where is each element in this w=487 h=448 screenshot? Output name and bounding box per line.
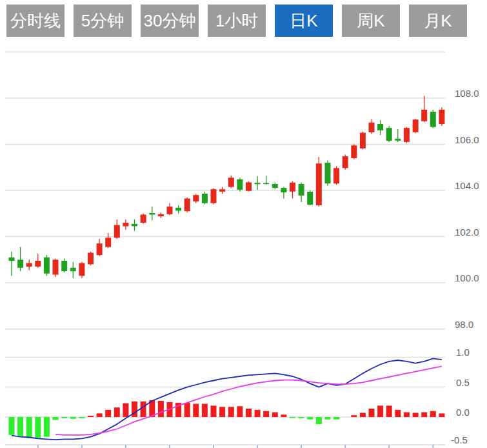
kline-chart: 108.0106.0104.0102.0100.098.01.00.50.0-0… bbox=[0, 0, 487, 448]
candle-body bbox=[290, 183, 295, 192]
candle-body bbox=[105, 238, 111, 247]
macd-histogram-bar bbox=[333, 417, 339, 420]
period-button-1hour[interactable]: 1小时 bbox=[208, 5, 266, 37]
candle-body bbox=[228, 178, 234, 187]
candle-body bbox=[369, 123, 375, 132]
dea-line bbox=[55, 366, 442, 435]
macd-histogram-bar bbox=[272, 412, 278, 417]
candle-body bbox=[404, 128, 410, 142]
macd-histogram-bar bbox=[413, 413, 419, 418]
macd-axis-label: -0.5 bbox=[451, 434, 468, 445]
macd-histogram-bar bbox=[211, 405, 217, 417]
macd-histogram-bar bbox=[88, 416, 94, 417]
macd-histogram-bar bbox=[325, 417, 331, 420]
macd-histogram-bar bbox=[299, 417, 304, 418]
candle-body bbox=[114, 225, 120, 238]
candle-body bbox=[360, 133, 366, 148]
macd-histogram-bar bbox=[114, 407, 120, 417]
period-button-daily[interactable]: 日K bbox=[275, 5, 333, 37]
price-axis-label: 106.0 bbox=[455, 134, 479, 145]
candle-body bbox=[79, 263, 84, 276]
price-axis-label: 98.0 bbox=[455, 319, 473, 330]
macd-histogram-bar bbox=[26, 417, 32, 438]
candle-body bbox=[202, 194, 208, 203]
period-button-timeline[interactable]: 分时线 bbox=[6, 5, 65, 37]
candle-body bbox=[325, 163, 331, 183]
macd-histogram-bar bbox=[105, 410, 111, 417]
macd-histogram-bar bbox=[263, 411, 269, 417]
macd-histogram-bar bbox=[9, 417, 15, 435]
macd-histogram-bar bbox=[360, 413, 366, 418]
candle-body bbox=[219, 189, 225, 192]
candle-body bbox=[158, 214, 164, 216]
macd-histogram-bar bbox=[421, 412, 427, 417]
candle-body bbox=[316, 163, 322, 205]
candle-body bbox=[167, 207, 173, 214]
candle-body bbox=[413, 119, 419, 132]
candle-body bbox=[70, 268, 76, 271]
macd-histogram-bar bbox=[35, 417, 41, 438]
macd-histogram-bar bbox=[439, 413, 444, 417]
candle-body bbox=[430, 112, 436, 127]
macd-histogram-bar bbox=[237, 406, 243, 417]
macd-histogram-bar bbox=[228, 407, 234, 417]
macd-histogram-bar bbox=[395, 410, 401, 417]
macd-histogram-bar bbox=[316, 417, 322, 424]
macd-histogram-bar bbox=[61, 417, 67, 418]
candle-body bbox=[9, 258, 15, 261]
macd-histogram-bar bbox=[377, 405, 383, 417]
candle-body bbox=[141, 215, 146, 223]
candle-body bbox=[255, 183, 261, 184]
macd-histogram-bar bbox=[53, 417, 59, 420]
candle-body bbox=[395, 139, 401, 141]
dif-line bbox=[12, 358, 442, 440]
period-toolbar: 分时线 5分钟 30分钟 1小时 日K 周K 月K bbox=[6, 5, 467, 37]
candle-body bbox=[61, 261, 67, 271]
period-button-5min[interactable]: 5分钟 bbox=[74, 5, 132, 37]
macd-axis-label: 1.0 bbox=[456, 347, 470, 358]
candle-body bbox=[272, 184, 278, 188]
candle-body bbox=[88, 253, 94, 265]
macd-histogram-bar bbox=[123, 403, 128, 417]
macd-histogram-bar bbox=[369, 409, 375, 417]
macd-histogram-bar bbox=[307, 417, 313, 420]
price-axis-label: 102.0 bbox=[455, 227, 479, 238]
macd-histogram-bar bbox=[386, 405, 392, 417]
candle-body bbox=[175, 208, 181, 211]
macd-histogram-bar bbox=[281, 414, 286, 417]
period-button-monthly[interactable]: 月K bbox=[409, 5, 467, 37]
macd-histogram-bar bbox=[44, 417, 50, 437]
candle-body bbox=[211, 189, 217, 203]
macd-axis-label: 0.5 bbox=[456, 377, 470, 388]
candle-body bbox=[132, 224, 137, 227]
candle-body bbox=[237, 179, 243, 190]
macd-histogram-bar bbox=[97, 413, 103, 417]
macd-histogram-bar bbox=[351, 415, 357, 417]
period-button-weekly[interactable]: 周K bbox=[342, 5, 400, 37]
candle-body bbox=[281, 188, 286, 192]
candle-body bbox=[97, 243, 103, 255]
candle-body bbox=[386, 128, 392, 141]
candle-body bbox=[439, 110, 444, 124]
candle-body bbox=[123, 223, 128, 226]
kline-app: 分时线 5分钟 30分钟 1小时 日K 周K 月K 108.0106.0104.… bbox=[0, 0, 487, 448]
period-button-30min[interactable]: 30分钟 bbox=[141, 5, 199, 37]
candle-body bbox=[193, 195, 199, 201]
macd-histogram-bar bbox=[404, 412, 410, 417]
macd-histogram-bar bbox=[193, 404, 199, 417]
candle-body bbox=[149, 213, 155, 215]
price-axis-label: 108.0 bbox=[455, 88, 479, 99]
macd-histogram-bar bbox=[17, 417, 23, 436]
macd-histogram-bar bbox=[290, 417, 295, 418]
macd-axis-label: 0.0 bbox=[456, 407, 470, 418]
candle-body bbox=[184, 199, 190, 212]
macd-histogram-bar bbox=[79, 417, 84, 418]
candle-body bbox=[377, 124, 383, 130]
price-axis-label: 104.0 bbox=[455, 180, 479, 191]
macd-histogram-bar bbox=[158, 401, 164, 417]
candle-body bbox=[351, 145, 357, 158]
macd-histogram-bar bbox=[70, 417, 76, 419]
candle-body bbox=[307, 192, 313, 205]
macd-histogram-bar bbox=[202, 404, 208, 417]
candle-body bbox=[17, 260, 23, 268]
